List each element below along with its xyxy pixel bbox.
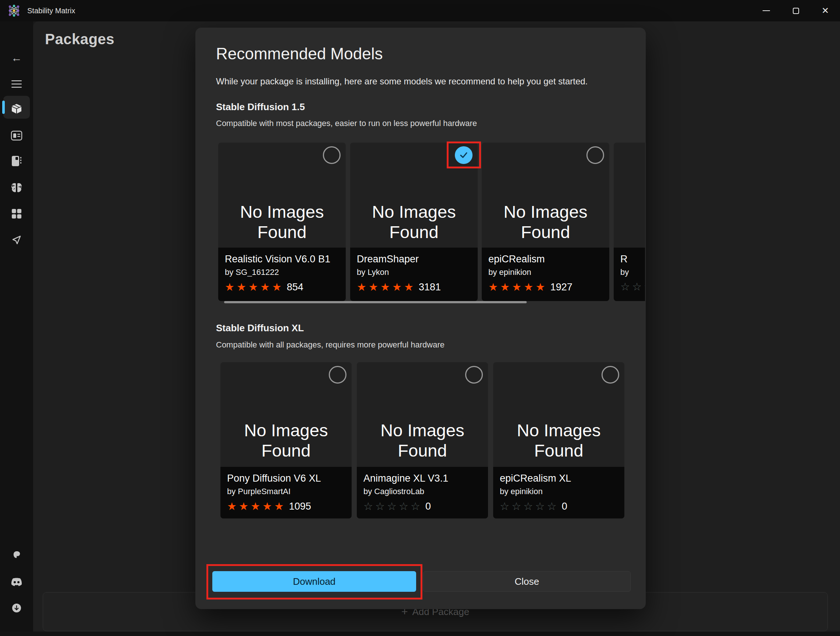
model-card-epicrealism[interactable]: No Images Found epiCRealism by epinikion…	[482, 143, 609, 301]
model-author: by SG_161222	[225, 268, 339, 277]
rating-count: 1927	[550, 281, 572, 293]
star-icons: ★★★★★	[357, 282, 416, 293]
model-author: by	[621, 268, 645, 277]
section-title-sdxl: Stable Diffusion XL	[216, 322, 304, 334]
bottom-strip	[0, 631, 840, 636]
model-info-strip: DreamShaper by Lykon ★★★★★ 3181	[350, 248, 478, 301]
sdxl-card-row: No Images Found Pony Diffusion V6 XL by …	[218, 362, 645, 520]
model-rating: ☆☆☆☆☆ 0	[500, 501, 618, 512]
rating-count: 3181	[419, 281, 441, 293]
model-author: by Lykon	[357, 268, 471, 277]
packages-icon	[11, 103, 22, 115]
model-name: epiCRealism XL	[500, 473, 618, 484]
model-name: epiCRealism	[488, 254, 603, 265]
sidebar-selected-indicator	[2, 101, 5, 114]
downloads-icon	[11, 603, 22, 614]
annotation-box-download	[207, 564, 422, 600]
share-icon	[11, 234, 22, 245]
model-info-strip: Pony Diffusion V6 XL by PurpleSmartAI ★★…	[220, 467, 352, 518]
model-rating: ☆☆☆☆☆ 0	[363, 501, 482, 512]
model-info-strip: epiCRealism XL by epinikion ☆☆☆☆☆ 0	[493, 467, 624, 518]
model-checkbox[interactable]	[329, 366, 346, 383]
star-icons: ☆☆☆☆☆	[621, 281, 645, 292]
hamburger-menu-icon	[11, 80, 22, 88]
sidebar-item-checkpoints[interactable]	[8, 152, 25, 170]
model-rating: ★★★★★ 854	[225, 281, 339, 293]
menu-toggle-button[interactable]	[8, 75, 25, 93]
model-author: by CagliostroLab	[363, 487, 482, 496]
section-desc-sd15: Compatible with most packages, easier to…	[216, 118, 477, 128]
minimize-icon	[763, 10, 770, 11]
section-desc-sdxl: Compatible with all packages, requires m…	[216, 340, 445, 350]
window-title: Stability Matrix	[27, 0, 75, 21]
page-title: Packages	[45, 31, 115, 47]
model-author: by epinikion	[488, 268, 603, 277]
rating-count: 1095	[289, 501, 311, 512]
model-info-strip: R by ☆☆☆☆☆	[614, 248, 645, 301]
app-logo-icon	[7, 4, 21, 17]
model-rating: ★★★★★ 1095	[227, 501, 345, 512]
rating-count: 0	[425, 501, 431, 512]
model-name: Pony Diffusion V6 XL	[227, 473, 345, 484]
model-card-partial[interactable]: R by ☆☆☆☆☆	[614, 143, 645, 301]
annotation-box-checkbox	[447, 142, 481, 168]
model-name: DreamShaper	[357, 254, 471, 265]
model-checkbox[interactable]	[323, 146, 341, 164]
model-card-epicrealism-xl[interactable]: No Images Found epiCRealism XL by epinik…	[493, 362, 624, 518]
star-icons: ☆☆☆☆☆	[363, 501, 422, 512]
discord-link[interactable]	[8, 573, 25, 591]
model-rating: ☆☆☆☆☆	[621, 281, 645, 292]
patreon-icon	[11, 550, 22, 560]
model-card-animagine[interactable]: No Images Found Animagine XL V3.1 by Cag…	[357, 362, 488, 518]
discord-icon	[10, 578, 23, 587]
minimize-button[interactable]	[752, 0, 781, 21]
model-name: Realistic Vision V6.0 B1	[225, 254, 339, 265]
rating-count: 854	[287, 281, 303, 293]
sidebar: ←	[0, 21, 33, 636]
sd15-card-row: No Images Found Realistic Vision V6.0 B1…	[218, 143, 645, 305]
model-author: by PurpleSmartAI	[227, 487, 345, 496]
app-window: Stability Matrix ✕ ←	[0, 0, 840, 636]
maximize-icon	[793, 8, 799, 14]
model-checkbox[interactable]	[602, 366, 619, 383]
model-rating: ★★★★★ 1927	[488, 281, 603, 293]
star-icons: ★★★★★	[488, 282, 547, 293]
dialog-subtitle: While your package is installing, here a…	[216, 76, 588, 87]
rating-count: 0	[562, 501, 567, 512]
section-title-sd15: Stable Diffusion 1.5	[216, 101, 305, 113]
star-icons: ★★★★★	[227, 501, 286, 512]
window-controls: ✕	[752, 0, 840, 21]
model-info-strip: Animagine XL V3.1 by CagliostroLab ☆☆☆☆☆…	[357, 467, 488, 518]
model-name: R	[621, 254, 645, 265]
back-arrow-icon: ←	[11, 52, 22, 63]
sidebar-item-share[interactable]	[8, 231, 25, 249]
model-rating: ★★★★★ 3181	[357, 281, 471, 293]
model-info-strip: epiCRealism by epinikion ★★★★★ 1927	[482, 248, 609, 301]
close-button[interactable]: ✕	[810, 0, 840, 21]
model-checkbox[interactable]	[465, 366, 483, 383]
model-card-pony-diffusion[interactable]: No Images Found Pony Diffusion V6 XL by …	[220, 362, 352, 518]
title-bar: Stability Matrix ✕	[0, 0, 840, 21]
horizontal-scrollbar-thumb[interactable]	[224, 301, 527, 303]
sidebar-item-packages[interactable]	[8, 100, 25, 118]
sidebar-item-model-browser[interactable]	[8, 205, 25, 223]
model-author: by epinikion	[500, 487, 618, 496]
sidebar-item-models[interactable]	[8, 179, 25, 196]
maximize-button[interactable]	[781, 0, 810, 21]
patreon-link[interactable]	[8, 546, 25, 564]
star-icons: ★★★★★	[225, 282, 284, 293]
model-checkbox[interactable]	[586, 146, 604, 164]
star-icons: ☆☆☆☆☆	[500, 501, 559, 512]
close-icon: ✕	[821, 6, 829, 15]
checkpoints-notebook-icon	[11, 155, 22, 167]
recommended-models-dialog: Recommended Models While your package is…	[195, 28, 646, 609]
dialog-title: Recommended Models	[216, 44, 382, 63]
back-button[interactable]: ←	[8, 49, 25, 67]
model-card-realistic-vision[interactable]: No Images Found Realistic Vision V6.0 B1…	[218, 143, 346, 301]
close-dialog-button[interactable]: Close	[423, 571, 631, 592]
downloads-nav[interactable]	[8, 599, 25, 617]
sidebar-item-launcher[interactable]	[8, 127, 25, 144]
launcher-console-icon	[11, 131, 22, 141]
model-info-strip: Realistic Vision V6.0 B1 by SG_161222 ★★…	[218, 248, 346, 301]
model-brain-icon	[11, 182, 22, 193]
